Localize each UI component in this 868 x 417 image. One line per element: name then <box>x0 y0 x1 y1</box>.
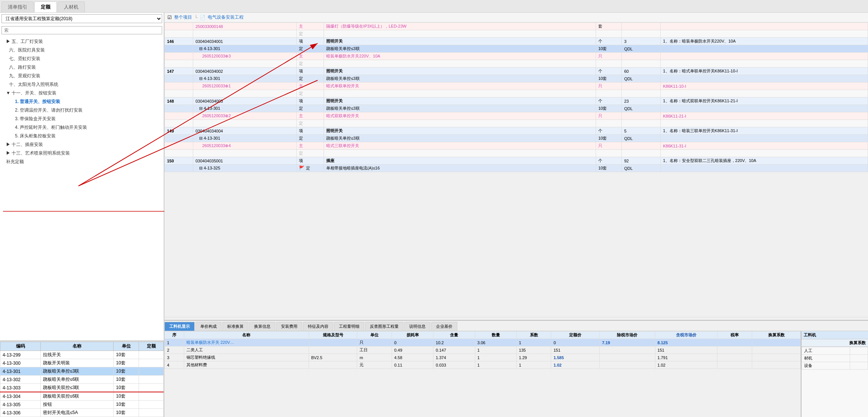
main-grid: 250033000148 主 隔爆灯（防爆等级在IP3X以上），LED-23W … <box>164 22 868 317</box>
list-item-selected[interactable]: 4-13-301 跷板暗关单控≤3联 10套 <box>0 367 164 376</box>
bottom-table-row-3: 3 铜芯塑料绝缘线 BV2.5 m 4.58 1.374 1 1.29 1.58… <box>165 354 801 361</box>
table-row-150[interactable]: 150 030404035001 项 插座 个 92 1、名称：安全型双联二三孔… <box>165 157 868 165</box>
tree-item-12[interactable]: ▶ 十二、插座安装 <box>0 140 164 149</box>
tree-item-11-3[interactable]: 3. 带保险盒开关安装 <box>0 115 164 123</box>
bottom-data-table: 序 名称 规格及型号 单位 损耗率 含量 数量 系数 定额价 除税市场价 <box>164 331 801 369</box>
cell-name: 拉线开关 <box>41 351 114 359</box>
list-item[interactable]: 4-13-299 拉线开关 10套 <box>0 351 164 359</box>
dinge-list-table: 编码 名称 单位 定额 4-13-299 拉线开关 10套 <box>0 342 164 417</box>
table-row-dinge: ⊟ 4-13-301 定 跷板暗关单控≤3联 10套 QDL <box>165 75 868 83</box>
col-chushuishichang: 除税市场价 <box>600 332 655 339</box>
right-side-table: 人工 材机 设备 <box>801 347 868 370</box>
table-row-empty: 定 <box>165 60 868 68</box>
col-xishu: 系数 <box>516 332 551 339</box>
btab-tezhen[interactable]: 特征及内容 <box>303 322 333 331</box>
table-row-main: 2605120033⊕4 主 暗式三联单控开关 只 K86K11-31-I <box>165 142 868 150</box>
table-row-main: 2605120033⊕1 主 暗式单联单控开关 只 K86K11-10-I <box>165 83 868 90</box>
tree-area: ▶ 五、工厂灯安装 六、医院灯具安装 七、霓虹灯安装 八、路灯安装 九、景观灯安… <box>0 36 164 340</box>
list-item[interactable]: 4-13-303 跷板暗关双控≤3联 10套 <box>0 384 164 392</box>
tree-item-8[interactable]: 八、路灯安装 <box>0 63 164 72</box>
top-tab-bar: 清单指引 定额 人材机 <box>0 0 868 13</box>
main-table: 250033000148 主 隔爆灯（防爆等级在IP3X以上），LED-23W … <box>164 22 868 172</box>
bottom-grid: 序 名称 规格及型号 单位 损耗率 含量 数量 系数 定额价 除税市场价 <box>164 331 868 417</box>
cell-dinge <box>139 351 164 359</box>
btab-danjia[interactable]: 单价构成 <box>195 322 222 331</box>
bottom-table-row-4: 4 其他材料费 元 0.11 0.033 1 1 1.02 <box>165 361 801 369</box>
tree-item-9[interactable]: 九、景观灯安装 <box>0 72 164 80</box>
tree-item-buchu[interactable]: 补充定额 <box>0 158 164 166</box>
table-row-main: 2605120033⊕3 主 暗装单极防水开关220V、10A 只 <box>165 53 868 60</box>
list-item[interactable]: 4-13-302 跷板暗关单控≤6联 10套 <box>0 376 164 384</box>
btab-anzhuangfei[interactable]: 安装费用 <box>276 322 302 331</box>
table-row-147[interactable]: 147 030404034002 项 照明开关 个 60 1、名称：暗式单联单控… <box>165 68 868 75</box>
col-hanshuishichang: 含税市场价 <box>655 332 717 339</box>
tree-item-7[interactable]: 七、霓虹灯安装 <box>0 55 164 63</box>
table-row-146[interactable]: 146 030404034001 项 照明开关 个 3 1、名称：暗装单极防水开… <box>165 38 868 45</box>
right-panel: ☑ 整个项目 └ 📄 电气设备安装工程 <box>164 13 868 417</box>
col-name: 名称 <box>184 332 309 339</box>
col-spec: 规格及型号 <box>309 332 357 339</box>
table-row-148[interactable]: 148 030404034003 项 照明开关 个 23 1、名称：暗式双联单控… <box>165 97 868 105</box>
breadcrumb-checkbox-icon: ☑ <box>167 15 172 20</box>
cell-unit: 10套 <box>114 351 139 359</box>
h-scrollbar[interactable] <box>164 317 868 320</box>
tree-item-11-4[interactable]: 4. 声控延时开关、柜门触动开关安装 <box>0 123 164 132</box>
btab-qiyejizhu[interactable]: 企业基价 <box>431 322 457 331</box>
breadcrumb-file-icon: 📄 <box>200 15 206 20</box>
table-row-dinge: ⊟ 4-13-301 定 跷板暗关单控≤3联 10套 QDL <box>165 135 868 142</box>
col-seq: 序 <box>165 332 184 339</box>
col-huansuan: 换算系数 <box>752 332 801 339</box>
left-panel: 江省通用安装工程预算定额(2018) ▶ 五、工厂灯安装 六、医院灯具安装 七、… <box>0 13 164 417</box>
right-side-row-3: 设备 <box>802 362 868 370</box>
col-dingeji: 定额价 <box>551 332 600 339</box>
list-item[interactable]: 4-13-304 跷板暗关双控≤6联 10套 <box>0 392 164 401</box>
table-row-empty: 定 <box>165 90 868 97</box>
list-item[interactable]: 4-13-305 按钮 10套 <box>0 401 164 409</box>
btab-gongkji[interactable]: 工料机显示 <box>164 322 195 331</box>
btab-shuoming[interactable]: 说明信息 <box>404 322 430 331</box>
right-side-header: 工料机 <box>801 331 868 339</box>
bottom-tabs: 工料机显示 单价构成 标准换算 换算信息 安装费用 特征及内容 工程量明细 反查… <box>164 321 868 331</box>
bottom-table-row-1[interactable]: 1 暗装单极防水开关 220V… 只 0 10.2 3.06 1 0 7. <box>165 339 801 346</box>
col-dinge: 定额 <box>139 342 164 351</box>
btab-huanxinxi[interactable]: 换算信息 <box>249 322 275 331</box>
tree-item-11-5[interactable]: 5. 床头柜集控板安装 <box>0 132 164 140</box>
province-dropdown[interactable]: 江省通用安装工程预算定额(2018) <box>1 14 162 23</box>
tab-qingdan[interactable]: 清单指引 <box>1 1 34 12</box>
tree-item-11[interactable]: ▼ 十一、开关、按钮安装 <box>0 89 164 97</box>
list-item[interactable]: 4-13-306 密封开关电流≤5A 10套 <box>0 409 164 417</box>
flag-icon: 🚩 <box>299 165 305 171</box>
tree-item-5[interactable]: ▶ 五、工厂灯安装 <box>0 37 164 46</box>
tree-item-6[interactable]: 六、医院灯具安装 <box>0 46 164 55</box>
col-name: 名称 <box>41 342 114 351</box>
table-row: 250033000148 主 隔爆灯（防爆等级在IP3X以上），LED-23W … <box>165 23 868 30</box>
btab-gongchengliang[interactable]: 工程量明细 <box>334 322 364 331</box>
breadcrumb-root[interactable]: 整个项目 <box>174 14 192 21</box>
table-row-empty: 定 <box>165 30 868 38</box>
btab-fanzha[interactable]: 反查图形工程量 <box>365 322 404 331</box>
breadcrumb: ☑ 整个项目 └ 📄 电气设备安装工程 <box>164 13 868 22</box>
right-side-row-1: 人工 <box>802 347 868 355</box>
btab-bzhuanhuan[interactable]: 标准换算 <box>222 322 248 331</box>
table-row-149[interactable]: 149 030404034004 项 照明开关 个 5 1、名称：暗装三联单控开… <box>165 127 868 135</box>
tree-item-11-1[interactable]: 1. 普通开关、按钮安装 <box>0 97 164 106</box>
col-shuhaolv: 损耗率 <box>392 332 433 339</box>
col-shuilu: 税率 <box>717 332 752 339</box>
tab-dinge[interactable]: 定额 <box>34 1 57 12</box>
col-unit: 单位 <box>114 342 139 351</box>
right-side-row-2: 材机 <box>802 355 868 362</box>
col-shuliang: 数量 <box>475 332 516 339</box>
table-row-empty: 定 <box>165 150 868 157</box>
tree-item-11-2[interactable]: 2. 空调温控开关、请勿打扰灯安装 <box>0 106 164 115</box>
table-row-dinge-selected[interactable]: ⊟ 4-13-301 定 跷板暗关单控≤3联 10套 QDL <box>165 45 868 53</box>
list-item[interactable]: 4-13-300 跷板开关明装 10套 <box>0 359 164 367</box>
tree-item-10[interactable]: 十、太阳光导入照明系统 <box>0 80 164 89</box>
bottom-main-table: 序 名称 规格及型号 单位 损耗率 含量 数量 系数 定额价 除税市场价 <box>164 331 801 417</box>
right-side-subheader: 换算系数 <box>801 339 868 347</box>
cell-code: 4-13-299 <box>0 351 41 359</box>
breadcrumb-sub[interactable]: 电气设备安装工程 <box>208 14 244 21</box>
tab-rencaiji[interactable]: 人材机 <box>58 1 85 12</box>
search-input[interactable] <box>1 26 162 34</box>
tree-item-13[interactable]: ▶ 十三、艺术喷泉照明系统安装 <box>0 149 164 158</box>
bottom-panel: 工料机显示 单价构成 标准换算 换算信息 安装费用 特征及内容 工程量明细 反查… <box>164 320 868 417</box>
